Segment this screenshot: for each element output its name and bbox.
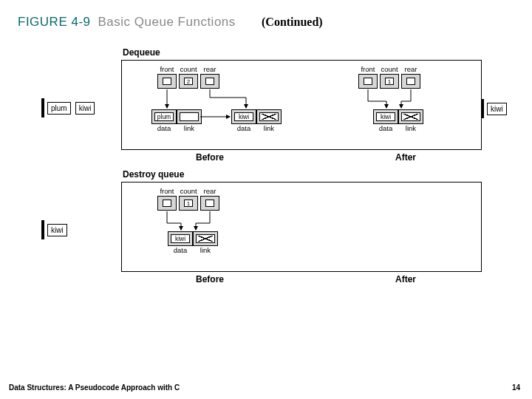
node-data-kiwi: kiwi	[234, 112, 253, 121]
after-label: After	[395, 274, 416, 284]
hdr-front-label: front	[160, 187, 174, 195]
hdr-count-label: count	[180, 187, 197, 195]
callout-plum: plum kiwi	[41, 98, 118, 117]
hdr-count-label: count	[381, 65, 398, 73]
section-label-dequeue: Dequeue	[123, 47, 485, 58]
null-link-icon	[401, 112, 420, 121]
footer-text: Data Structures: A Pseudocode Approach w…	[9, 383, 180, 392]
destroy-before-node-kiwi: kiwidata link	[168, 231, 218, 246]
dequeue-before-node-kiwi: kiwidata link	[231, 109, 282, 124]
before-label: Before	[196, 274, 224, 284]
node-data-kiwi: kiwi	[376, 112, 395, 121]
diagram-area: Dequeue plum kiwi kiwi front count2 rear…	[41, 46, 485, 272]
hdr-rear-label: rear	[204, 187, 216, 195]
dequeue-after-node-kiwi: kiwidata link	[373, 109, 423, 124]
hdr-count-value: 2	[184, 78, 193, 85]
figure-header: FIGURE 4-9 Basic Queue Functions	[18, 15, 236, 30]
node-data-label: data	[374, 124, 398, 132]
node-link-label: link	[257, 124, 281, 132]
figure-title: Basic Queue Functions	[98, 15, 236, 30]
node-data-label: data	[168, 246, 192, 254]
null-link-icon	[196, 234, 215, 243]
dequeue-after-header: front count1 rear	[358, 65, 420, 89]
hdr-count-label: count	[180, 65, 197, 73]
callout-kiwi-right-label: kiwi	[487, 103, 507, 115]
callout-destroy-kiwi-label: kiwi	[47, 224, 67, 236]
hdr-rear-label: rear	[405, 65, 417, 73]
destroy-before-header: front count1 rear	[157, 187, 219, 211]
null-link-icon	[259, 112, 279, 121]
node-link-label: link	[194, 246, 217, 254]
continued-label: (Continued)	[262, 16, 323, 29]
after-label: After	[395, 152, 416, 163]
node-link-label: link	[399, 124, 423, 132]
node-data-kiwi: kiwi	[171, 234, 190, 243]
node-data-plum: plum	[154, 112, 174, 121]
node-data-label: data	[232, 124, 256, 132]
callout-destroy-kiwi: kiwi	[41, 220, 118, 239]
figure-label: FIGURE 4-9	[18, 15, 91, 30]
node-data-label: data	[152, 124, 176, 132]
hdr-count-value: 1	[184, 200, 193, 207]
dequeue-before-header: front count2 rear	[157, 65, 219, 89]
callout-kiwi-right: kiwi	[481, 99, 522, 118]
hdr-front-label: front	[160, 65, 174, 73]
before-label: Before	[196, 152, 224, 163]
hdr-front-label: front	[361, 65, 375, 73]
dequeue-before-node-plum: plumdata link	[151, 109, 202, 124]
dequeue-panel: kiwi front count2 rear plumdata link kiw…	[121, 60, 482, 150]
destroy-panel: front count1 rear kiwidata link Before A…	[121, 182, 482, 272]
hdr-rear-label: rear	[204, 65, 216, 73]
node-link-label: link	[177, 124, 201, 132]
hdr-count-value: 1	[385, 78, 394, 85]
section-label-destroy: Destroy queue	[123, 169, 485, 180]
callout-kiwi-label: kiwi	[75, 102, 95, 115]
callout-plum-label: plum	[47, 102, 71, 115]
page-number: 14	[512, 383, 520, 392]
